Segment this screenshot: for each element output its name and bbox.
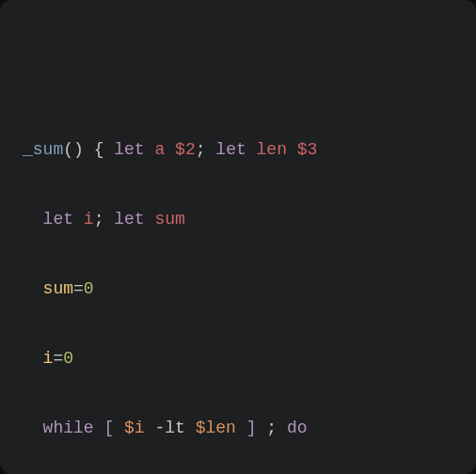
tok-ident: i [43, 349, 54, 368]
tok-ident: sum [43, 279, 73, 298]
tok-space [236, 419, 246, 437]
tok-space [185, 419, 196, 437]
tok-space [73, 210, 84, 229]
tok-bracket: ] [246, 419, 257, 437]
tok-let: let [114, 210, 144, 229]
tok-space [145, 419, 155, 437]
code-line: i=0 [23, 341, 453, 376]
tok-space [84, 140, 94, 159]
tok-number: 0 [84, 279, 94, 298]
tok-ident: sum [154, 210, 184, 229]
code-block: _sum() { let a $2; let len $3 let i; let… [23, 98, 453, 474]
tok-var: $i [124, 419, 145, 437]
tok-while: while [43, 419, 94, 437]
tok-let: let [215, 140, 246, 159]
tok-ident: len [257, 140, 287, 159]
tok-var: $len [196, 419, 236, 437]
tok-let: let [114, 140, 144, 159]
tok-space [145, 210, 155, 229]
tok-space [145, 140, 155, 159]
tok-space [103, 210, 114, 229]
tok-bracket: [ [103, 419, 114, 437]
code-line: while [ $i -lt $len ] ; do [23, 411, 453, 446]
tok-space [257, 419, 267, 437]
tok-paren: () [63, 140, 84, 159]
tok-op: -lt [154, 419, 184, 437]
code-line: _sum() { let a $2; let len $3 [23, 133, 453, 167]
code-line: let i; let sum [23, 202, 453, 237]
tok-arg: $3 [297, 140, 318, 159]
tok-number: 0 [63, 349, 73, 368]
tok-arg: $2 [175, 140, 196, 159]
tok-space [277, 419, 287, 437]
tok-space [246, 140, 257, 159]
tok-space [206, 140, 216, 159]
tok-semi: ; [94, 210, 104, 229]
tok-do: do [287, 419, 308, 437]
tok-brace: { [94, 140, 104, 159]
tok-space [165, 140, 175, 159]
tok-semi: ; [196, 140, 206, 159]
code-line: sum=0 [23, 272, 453, 307]
tok-space [94, 419, 104, 437]
tok-eq: = [73, 279, 84, 298]
code-editor: _sum() { let a $2; let len $3 let i; let… [0, 0, 476, 474]
tok-space [103, 140, 114, 159]
tok-eq: = [53, 349, 63, 368]
tok-space [114, 419, 124, 437]
tok-space [287, 140, 297, 159]
tok-fn: _sum [23, 140, 63, 159]
tok-let: let [43, 210, 73, 229]
tok-ident: i [84, 210, 94, 229]
tok-semi: ; [266, 419, 277, 437]
tok-ident: a [154, 140, 165, 159]
